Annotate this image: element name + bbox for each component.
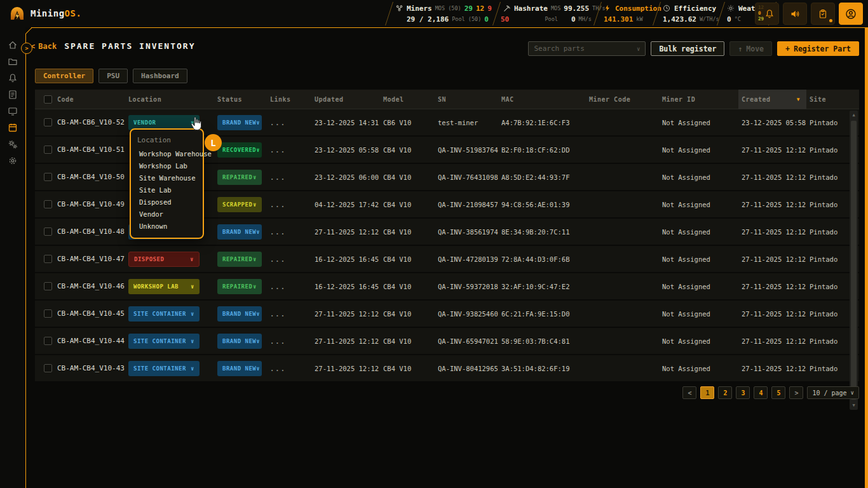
row-links-button[interactable]: ...: [267, 173, 311, 181]
app-logo[interactable]: MiningOS.: [9, 5, 81, 22]
table-scrollbar[interactable]: ▲ ▼: [850, 111, 858, 410]
move-button[interactable]: ↑ Move: [729, 41, 772, 56]
dropdown-option[interactable]: Workshop Warehouse: [131, 148, 203, 160]
row-checkbox[interactable]: [44, 255, 52, 263]
status-select[interactable]: BRAND NEW∨: [217, 334, 262, 349]
col-status: Status: [214, 96, 267, 103]
select-all-checkbox[interactable]: [44, 95, 52, 104]
row-links-button[interactable]: ...: [267, 119, 311, 126]
row-checkbox[interactable]: [44, 309, 52, 318]
cell-model: CB4_V10: [380, 337, 435, 345]
status-select[interactable]: BRAND NEW∨: [217, 115, 262, 130]
location-select[interactable]: WORKSHOP LAB∨: [128, 279, 200, 294]
sound-button[interactable]: [783, 3, 807, 25]
row-links-button[interactable]: ...: [267, 201, 311, 208]
row-checkbox[interactable]: [44, 146, 52, 154]
tab-psu[interactable]: PSU: [98, 69, 128, 83]
cell-updated: 27-11-2025 12:12: [311, 310, 380, 318]
folder-icon[interactable]: [8, 56, 18, 67]
location-select[interactable]: SITE CONTAINER∨: [128, 306, 200, 322]
sidebar-collapse-button[interactable]: >: [21, 43, 32, 54]
app-name: MiningOS.: [31, 8, 81, 18]
row-checkbox[interactable]: [44, 227, 52, 236]
status-select[interactable]: RECOVERED∨: [217, 142, 262, 158]
document-icon[interactable]: [8, 89, 18, 100]
register-part-button[interactable]: + Register Part: [777, 41, 859, 56]
chevron-down-icon: ∨: [253, 256, 257, 262]
search-parts-select[interactable]: Search parts ∨: [528, 41, 646, 56]
cell-mac: 8E:34:9B:20:7C:11: [498, 228, 586, 236]
location-select[interactable]: DISPOSED∨: [128, 252, 200, 267]
cell-created: 27-11-2025 12:12: [738, 255, 806, 263]
status-select[interactable]: REPAIRED∨: [217, 252, 262, 267]
row-links-button[interactable]: ...: [267, 365, 311, 372]
row-checkbox[interactable]: [44, 282, 52, 290]
chevron-down-icon: ∨: [191, 311, 194, 317]
col-created-sort[interactable]: Created ▼: [738, 90, 806, 109]
tab-hashboard[interactable]: Hashboard: [133, 69, 187, 83]
row-checkbox[interactable]: [44, 364, 52, 372]
status-select[interactable]: BRAND NEW∨: [217, 306, 262, 322]
home-icon[interactable]: [8, 39, 18, 50]
settings-icon[interactable]: [8, 155, 18, 166]
dropdown-option[interactable]: Unknown: [131, 220, 203, 233]
row-links-button[interactable]: ...: [267, 228, 311, 236]
row-links-button[interactable]: ...: [267, 255, 311, 263]
tasks-button[interactable]: [811, 3, 835, 25]
page-button-1[interactable]: 1: [700, 386, 714, 399]
scroll-down-arrow[interactable]: ▼: [850, 401, 858, 410]
dropdown-option[interactable]: Vendor: [131, 208, 203, 220]
location-select[interactable]: SITE CONTAINER∨: [128, 361, 200, 376]
scrollbar-thumb[interactable]: [851, 121, 857, 400]
notifications-button[interactable]: 12 0 29: [755, 3, 779, 25]
page-button-5[interactable]: 5: [771, 386, 785, 399]
account-button[interactable]: [839, 3, 863, 25]
status-select[interactable]: REPAIRED∨: [217, 279, 262, 294]
bulk-register-button[interactable]: Bulk register: [651, 41, 724, 56]
row-checkbox[interactable]: [44, 337, 52, 345]
page-button-4[interactable]: 4: [754, 386, 768, 399]
tab-controller[interactable]: Controller: [35, 69, 93, 83]
cell-code: CB-AM-CB4_V10-45: [54, 309, 125, 318]
monitor-icon[interactable]: [8, 105, 18, 116]
page-size-select[interactable]: 10 / page ∨: [807, 386, 859, 399]
cell-sn: test-miner: [435, 119, 498, 126]
cell-code: CB-AM-CB4_V10-49: [54, 200, 125, 208]
row-checkbox[interactable]: [44, 173, 52, 181]
dropdown-option[interactable]: Disposed: [131, 196, 203, 208]
calendar-icon[interactable]: [8, 122, 18, 133]
page-button-3[interactable]: 3: [736, 386, 750, 399]
status-select[interactable]: SCRAPPED∨: [217, 197, 262, 212]
row-links-button[interactable]: ...: [267, 283, 311, 290]
speaker-icon: [790, 9, 800, 19]
back-button[interactable]: < Back: [31, 42, 57, 51]
row-links-button[interactable]: ...: [267, 337, 311, 345]
status-select[interactable]: BRAND NEW∨: [217, 361, 262, 376]
dropdown-option[interactable]: Site Lab: [131, 184, 203, 196]
next-page-button[interactable]: >: [789, 386, 803, 399]
page-button-2[interactable]: 2: [718, 386, 732, 399]
cell-updated: 27-11-2025 12:12: [311, 337, 380, 345]
row-checkbox[interactable]: [44, 200, 52, 208]
bell-icon[interactable]: [8, 72, 18, 83]
dropdown-option[interactable]: Workshop Lab: [131, 160, 203, 172]
consumption-unit: kW: [636, 16, 642, 22]
hashrate-label: Hashrate: [514, 4, 548, 13]
location-select[interactable]: SITE CONTAINER∨: [128, 334, 200, 349]
status-select[interactable]: BRAND NEW∨: [217, 224, 262, 240]
miners-mos-err: 9: [487, 4, 492, 13]
status-select[interactable]: REPAIRED∨: [217, 170, 262, 185]
chevron-down-icon: ∨: [190, 256, 194, 262]
key-hint-badge: L: [205, 134, 222, 151]
dropdown-option[interactable]: Site Warehouse: [131, 172, 203, 184]
row-links-button[interactable]: ...: [267, 146, 311, 154]
scroll-up-arrow[interactable]: ▲: [850, 111, 858, 119]
cell-code: CB-AM-CB4_V10-51: [54, 146, 125, 154]
gears-icon[interactable]: [8, 139, 18, 149]
cell-updated: 23-12-2025 06:00: [311, 173, 380, 181]
location-select[interactable]: VENDOR∨: [128, 115, 200, 130]
mining-logo-icon: [9, 5, 25, 22]
prev-page-button[interactable]: <: [682, 386, 696, 399]
row-links-button[interactable]: ...: [267, 310, 311, 318]
row-checkbox[interactable]: [44, 118, 52, 126]
